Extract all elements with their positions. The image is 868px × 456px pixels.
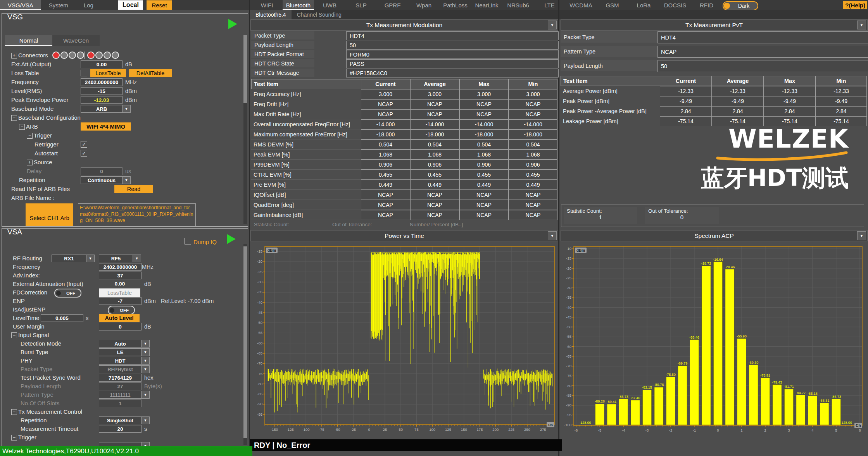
protocol-tab-slp[interactable]: SLP [345,0,377,10]
wifi-4-4-mimo-button[interactable]: WIFI 4*4 MIMO [81,122,131,131]
mod-hdt-packet-format-field[interactable]: FORM0 [346,50,559,59]
trigger-expander-icon[interactable]: − [27,133,33,139]
pvt-collapse-icon[interactable]: ▼ [857,21,866,29]
ext-att-output-input[interactable]: 0.00 [81,60,123,68]
protocol-tab-wcdma[interactable]: WCDMA [565,0,597,10]
baseband-mode-select[interactable]: ARB▼ [81,105,131,113]
user-margin-input[interactable]: 0 [99,323,142,330]
pvt-packet-type-field[interactable]: HDT4 [657,31,868,43]
burst-type-select[interactable]: LE▼ [99,348,150,356]
arb-expander-icon[interactable]: − [19,124,25,130]
mod-packet-type-field[interactable]: HDT4 [346,31,559,40]
isadjustenp-toggle[interactable]: OFF [108,306,135,315]
protocol-tab-wpan[interactable]: Wpan [408,0,440,10]
enp-input[interactable]: -7 [99,297,142,305]
subtab-channel-sounding[interactable]: Channel Sounding [292,10,347,19]
protocol-tab-rfid[interactable]: RFID [691,0,722,10]
vsg-label-level-rms: Level(RMS) [11,87,42,95]
acp-chart-collapse-icon[interactable]: ▼ [857,231,866,240]
vsg-scrollbar[interactable] [243,35,247,224]
tx-measurement-control-expander-icon[interactable]: − [11,409,17,415]
no-of-off-slots-input[interactable]: 1 [99,399,142,407]
protocol-tab-gsm[interactable]: GSM [597,0,628,10]
autostart-checkbox[interactable]: ✓ [81,150,87,157]
vsa-scrollbar[interactable] [243,244,247,445]
input-signal-expander-icon[interactable]: − [11,332,17,338]
hidden-select[interactable]: ▼ [99,442,150,446]
help-button[interactable]: ?(Help) [843,1,867,9]
svg-text:-5: -5 [598,428,601,432]
protocol-tab-lora[interactable]: LoRa [628,0,659,10]
protocol-tab-uwb[interactable]: UWB [314,0,345,10]
losstable-button[interactable]: LossTable [99,288,140,297]
vsa-play-button[interactable] [227,234,236,244]
auto-level-button[interactable]: Auto Level [99,314,140,322]
protocol-tab-nrsub6[interactable]: NRSub6 [502,0,534,10]
mod-item-max-drift-rate-hz: Max Drift Rate [Hz] [251,109,362,119]
losstable-button[interactable]: LossTable [90,69,126,77]
modulation-collapse-icon[interactable]: ▼ [548,21,557,29]
repetition-select[interactable]: Continuous▼ [81,176,131,184]
vsg-tab-normal[interactable]: Normal [5,35,52,46]
pvt-pattern-type-field[interactable]: NCAP [657,46,868,58]
mod-hdt-ctr-message-field[interactable]: #H2F158C4C0 [346,69,559,77]
protocol-tab-gprf[interactable]: GPRF [377,0,408,10]
payload-length-input[interactable]: 27 [99,382,142,390]
read-button[interactable]: Read [114,185,153,193]
pattern-type-select[interactable]: 11111111▼ [99,391,150,399]
protocol-tab-lte[interactable]: LTE [534,0,565,10]
protocol-tab-wifi[interactable]: WIFI [251,0,283,10]
vsg-scrollbar-thumb[interactable] [243,35,247,103]
connectors-expander-icon[interactable]: + [11,53,17,59]
vsg-play-button[interactable] [228,19,237,29]
arb-file-path[interactable]: E:\work\Waveform_generation\shortformat_… [78,203,196,227]
rf-routing-select[interactable]: RX1▼ [52,255,95,262]
detection-mode-select-value: Auto [99,340,141,347]
dump-iq-checkbox[interactable] [185,238,191,244]
mod-hdt-packet-format-label: HDT Packet Format [251,50,314,58]
mod-payload-length-field[interactable]: 50 [346,41,559,50]
phy-select[interactable]: HDT▼ [99,357,150,365]
vsg-tab-wavegen[interactable]: WaveGen [52,35,100,46]
peak-envelope-power-input[interactable]: -12.03 [81,96,123,104]
vsa-scrollbar-thumb[interactable] [243,246,247,438]
test-packet-sync-word-input[interactable]: 71764129 [99,374,142,382]
mod-hdt-crc-state-field[interactable]: PASS [346,59,559,68]
protocol-tab-bluetooth[interactable]: Bluetooth [283,0,314,10]
vsg-label-delay: Delay [27,167,41,175]
pvt-payload-length-field[interactable]: 50 [657,60,868,72]
rf-routing-select-2[interactable]: RF5▼ [99,255,141,262]
app-window: VSG/VSASystemLogLocalResetWIFIBluetoothU… [0,0,868,456]
level-rms-input[interactable]: -15 [81,87,123,95]
delay-input[interactable]: 0 [81,167,123,175]
pvt-chart-collapse-icon[interactable]: ▼ [548,231,557,240]
protocol-tab-pathloss[interactable]: PathLoss [440,0,471,10]
dark-mode-toggle[interactable]: Dark [723,1,758,10]
protocol-tab-docsis[interactable]: DOCSIS [659,0,691,10]
reset-button[interactable]: Reset [147,0,172,10]
trigger-expander-icon[interactable]: − [11,435,17,441]
vsa-label-external-attenuation-input: External Attenuation (Input) [13,280,83,288]
fdcorrection-toggle[interactable]: OFF [54,289,81,298]
frequency-input[interactable]: 2402.0000000 [81,78,123,86]
loss-table-checkbox[interactable] [81,70,87,76]
subtab-bluetooth5-4[interactable]: Bluetooth5.4 [250,10,292,19]
delalltable-button[interactable]: DelAllTable [129,69,172,77]
repetition-select[interactable]: SingleShot▼ [99,416,150,424]
menu-tab-vsg-vsa[interactable]: VSG/VSA [0,0,41,10]
adv-index-input[interactable]: 37 [99,272,142,279]
frequency-input[interactable]: 2402.0000000 [99,263,142,271]
menu-tab-system[interactable]: System [41,0,76,10]
select-ch1-arb-button[interactable]: Select CH1 Arb [26,203,73,227]
protocol-tab-nearlink[interactable]: NearLink [471,0,502,10]
local-button[interactable]: Local [118,0,143,10]
measurement-timeout-input[interactable]: 20 [99,425,142,433]
packet-type-select[interactable]: RFPHytest▼ [99,365,150,373]
source-expander-icon[interactable]: + [27,160,33,165]
detection-mode-select[interactable]: Auto▼ [99,340,150,348]
svg-text:-3: -3 [645,428,649,432]
leveltime-input[interactable]: 0.005 [41,314,83,322]
retrigger-checkbox[interactable]: ✓ [81,141,87,148]
baseband-configuration-expander-icon[interactable]: − [11,115,17,121]
menu-tab-log[interactable]: Log [76,0,101,10]
